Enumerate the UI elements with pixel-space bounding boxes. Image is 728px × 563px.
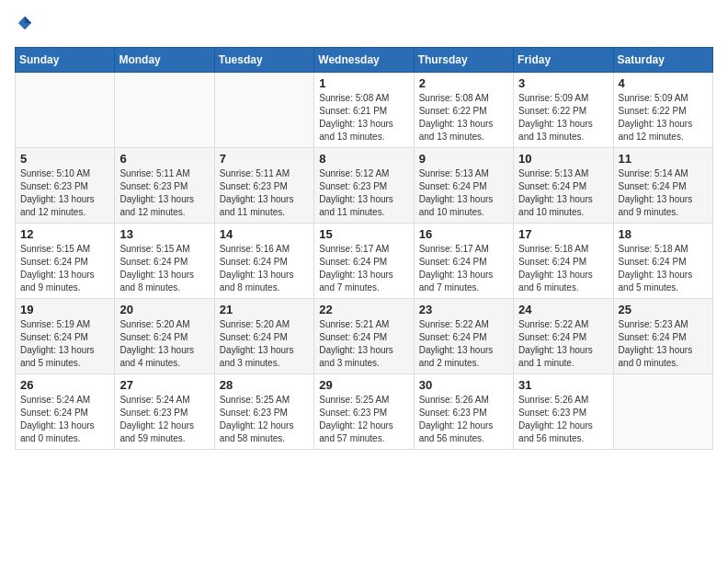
day-info: Sunrise: 5:15 AM Sunset: 6:24 PM Dayligh…	[20, 243, 109, 294]
day-info: Sunrise: 5:24 AM Sunset: 6:24 PM Dayligh…	[20, 394, 109, 445]
day-info: Sunrise: 5:18 AM Sunset: 6:24 PM Dayligh…	[619, 243, 708, 294]
calendar-cell: 7Sunrise: 5:11 AM Sunset: 6:23 PM Daylig…	[214, 147, 313, 223]
day-info: Sunrise: 5:22 AM Sunset: 6:24 PM Dayligh…	[419, 318, 508, 370]
day-number: 18	[619, 227, 708, 241]
calendar-cell: 8Sunrise: 5:12 AM Sunset: 6:23 PM Daylig…	[314, 147, 414, 223]
weekday-header-thursday: Thursday	[414, 47, 513, 72]
calendar-cell: 22Sunrise: 5:21 AM Sunset: 6:24 PM Dayli…	[314, 298, 414, 373]
day-number: 27	[119, 378, 209, 392]
day-number: 7	[220, 152, 309, 166]
weekday-header-monday: Monday	[115, 47, 214, 72]
calendar-cell: 26Sunrise: 5:24 AM Sunset: 6:24 PM Dayli…	[16, 373, 115, 449]
logo-icon	[17, 15, 33, 31]
calendar-cell: 24Sunrise: 5:22 AM Sunset: 6:24 PM Dayli…	[514, 298, 613, 373]
calendar-cell: 14Sunrise: 5:16 AM Sunset: 6:24 PM Dayli…	[214, 223, 313, 298]
day-number: 13	[119, 227, 209, 241]
logo	[15, 15, 33, 36]
calendar-week-row: 1Sunrise: 5:08 AM Sunset: 6:21 PM Daylig…	[16, 72, 713, 147]
calendar-week-row: 19Sunrise: 5:19 AM Sunset: 6:24 PM Dayli…	[16, 298, 713, 373]
day-number: 12	[20, 227, 109, 241]
day-number: 1	[319, 76, 408, 90]
day-number: 30	[419, 378, 508, 392]
weekday-header-sunday: Sunday	[16, 47, 115, 72]
day-info: Sunrise: 5:25 AM Sunset: 6:23 PM Dayligh…	[220, 394, 309, 445]
day-info: Sunrise: 5:25 AM Sunset: 6:23 PM Dayligh…	[319, 394, 408, 445]
calendar-cell: 16Sunrise: 5:17 AM Sunset: 6:24 PM Dayli…	[414, 223, 513, 298]
day-info: Sunrise: 5:19 AM Sunset: 6:24 PM Dayligh…	[20, 318, 109, 370]
day-number: 26	[20, 378, 109, 392]
calendar-week-row: 12Sunrise: 5:15 AM Sunset: 6:24 PM Dayli…	[16, 223, 713, 298]
day-info: Sunrise: 5:13 AM Sunset: 6:24 PM Dayligh…	[419, 167, 508, 219]
day-number: 20	[119, 303, 209, 316]
calendar-cell: 18Sunrise: 5:18 AM Sunset: 6:24 PM Dayli…	[613, 223, 712, 298]
calendar-cell: 4Sunrise: 5:09 AM Sunset: 6:22 PM Daylig…	[613, 72, 712, 147]
calendar-week-row: 5Sunrise: 5:10 AM Sunset: 6:23 PM Daylig…	[16, 147, 713, 223]
day-info: Sunrise: 5:21 AM Sunset: 6:24 PM Dayligh…	[319, 318, 408, 370]
calendar-cell: 11Sunrise: 5:14 AM Sunset: 6:24 PM Dayli…	[613, 147, 712, 223]
day-number: 22	[319, 303, 408, 316]
calendar-cell: 1Sunrise: 5:08 AM Sunset: 6:21 PM Daylig…	[314, 72, 414, 147]
calendar-cell	[613, 373, 712, 449]
day-info: Sunrise: 5:10 AM Sunset: 6:23 PM Dayligh…	[20, 167, 109, 219]
day-info: Sunrise: 5:23 AM Sunset: 6:24 PM Dayligh…	[619, 318, 708, 370]
day-number: 2	[419, 76, 508, 90]
day-info: Sunrise: 5:08 AM Sunset: 6:22 PM Dayligh…	[419, 92, 508, 144]
day-number: 8	[319, 152, 408, 166]
calendar-cell: 23Sunrise: 5:22 AM Sunset: 6:24 PM Dayli…	[414, 298, 513, 373]
calendar-cell: 20Sunrise: 5:20 AM Sunset: 6:24 PM Dayli…	[115, 298, 214, 373]
day-number: 17	[518, 227, 608, 241]
day-info: Sunrise: 5:24 AM Sunset: 6:23 PM Dayligh…	[119, 394, 209, 445]
day-info: Sunrise: 5:09 AM Sunset: 6:22 PM Dayligh…	[619, 92, 708, 144]
day-info: Sunrise: 5:15 AM Sunset: 6:24 PM Dayligh…	[119, 243, 209, 294]
day-info: Sunrise: 5:13 AM Sunset: 6:24 PM Dayligh…	[518, 167, 608, 219]
calendar-table: SundayMondayTuesdayWednesdayThursdayFrid…	[15, 47, 713, 450]
day-number: 31	[518, 378, 608, 392]
day-number: 9	[419, 152, 508, 166]
calendar-cell: 28Sunrise: 5:25 AM Sunset: 6:23 PM Dayli…	[214, 373, 313, 449]
calendar-cell: 27Sunrise: 5:24 AM Sunset: 6:23 PM Dayli…	[115, 373, 214, 449]
day-info: Sunrise: 5:12 AM Sunset: 6:23 PM Dayligh…	[319, 167, 408, 219]
weekday-header-saturday: Saturday	[613, 47, 712, 72]
day-info: Sunrise: 5:16 AM Sunset: 6:24 PM Dayligh…	[220, 243, 309, 294]
calendar-cell: 3Sunrise: 5:09 AM Sunset: 6:22 PM Daylig…	[514, 72, 613, 147]
day-number: 28	[220, 378, 309, 392]
day-number: 15	[319, 227, 408, 241]
day-info: Sunrise: 5:26 AM Sunset: 6:23 PM Dayligh…	[419, 394, 508, 445]
day-info: Sunrise: 5:17 AM Sunset: 6:24 PM Dayligh…	[419, 243, 508, 294]
weekday-header-row: SundayMondayTuesdayWednesdayThursdayFrid…	[16, 47, 713, 72]
calendar-cell: 10Sunrise: 5:13 AM Sunset: 6:24 PM Dayli…	[514, 147, 613, 223]
calendar-cell	[115, 72, 214, 147]
calendar-cell: 31Sunrise: 5:26 AM Sunset: 6:23 PM Dayli…	[514, 373, 613, 449]
calendar-week-row: 26Sunrise: 5:24 AM Sunset: 6:24 PM Dayli…	[16, 373, 713, 449]
weekday-header-friday: Friday	[514, 47, 613, 72]
calendar-cell: 13Sunrise: 5:15 AM Sunset: 6:24 PM Dayli…	[115, 223, 214, 298]
day-info: Sunrise: 5:26 AM Sunset: 6:23 PM Dayligh…	[518, 394, 608, 445]
day-info: Sunrise: 5:17 AM Sunset: 6:24 PM Dayligh…	[319, 243, 408, 294]
calendar-cell: 30Sunrise: 5:26 AM Sunset: 6:23 PM Dayli…	[414, 373, 513, 449]
weekday-header-tuesday: Tuesday	[214, 47, 313, 72]
calendar-cell: 2Sunrise: 5:08 AM Sunset: 6:22 PM Daylig…	[414, 72, 513, 147]
day-info: Sunrise: 5:20 AM Sunset: 6:24 PM Dayligh…	[220, 318, 309, 370]
day-number: 16	[419, 227, 508, 241]
day-number: 14	[220, 227, 309, 241]
day-info: Sunrise: 5:20 AM Sunset: 6:24 PM Dayligh…	[119, 318, 209, 370]
weekday-header-wednesday: Wednesday	[314, 47, 414, 72]
day-number: 5	[20, 152, 109, 166]
day-info: Sunrise: 5:14 AM Sunset: 6:24 PM Dayligh…	[619, 167, 708, 219]
day-info: Sunrise: 5:11 AM Sunset: 6:23 PM Dayligh…	[119, 167, 209, 219]
calendar-cell: 29Sunrise: 5:25 AM Sunset: 6:23 PM Dayli…	[314, 373, 414, 449]
calendar-cell	[214, 72, 313, 147]
day-info: Sunrise: 5:18 AM Sunset: 6:24 PM Dayligh…	[518, 243, 608, 294]
calendar-cell: 9Sunrise: 5:13 AM Sunset: 6:24 PM Daylig…	[414, 147, 513, 223]
day-info: Sunrise: 5:08 AM Sunset: 6:21 PM Dayligh…	[319, 92, 408, 144]
day-number: 24	[518, 303, 608, 316]
day-info: Sunrise: 5:22 AM Sunset: 6:24 PM Dayligh…	[518, 318, 608, 370]
calendar-cell	[16, 72, 115, 147]
calendar-cell: 5Sunrise: 5:10 AM Sunset: 6:23 PM Daylig…	[16, 147, 115, 223]
page-header	[15, 15, 713, 36]
day-number: 4	[619, 76, 708, 90]
day-number: 19	[20, 303, 109, 316]
day-number: 6	[119, 152, 209, 166]
day-number: 21	[220, 303, 309, 316]
day-number: 25	[619, 303, 708, 316]
